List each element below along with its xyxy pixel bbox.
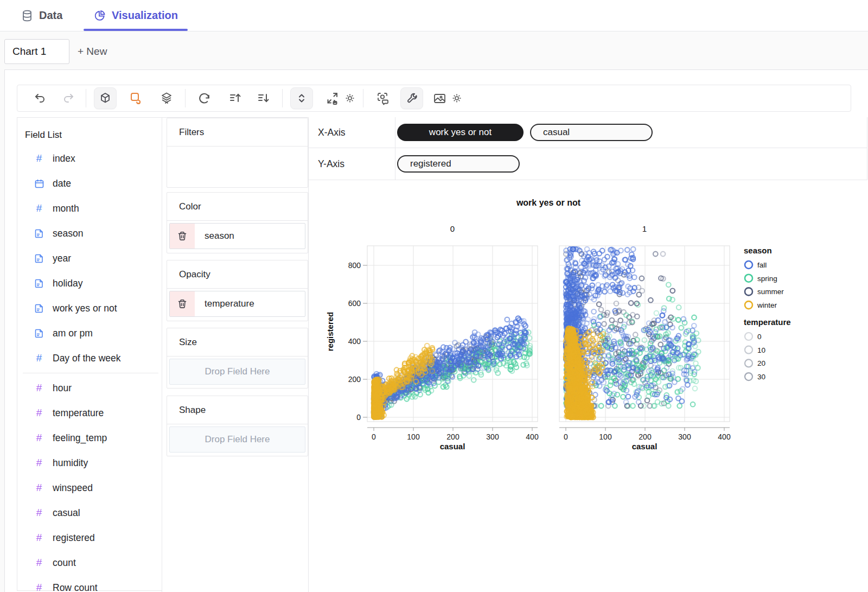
field-item-date[interactable]: date [17, 171, 162, 196]
field-list-divider [23, 373, 158, 373]
new-chart-button[interactable]: + New [78, 39, 107, 64]
main-card: Field List #indexdate#monthseasonyearhol… [4, 69, 868, 592]
shape-drop-placeholder: Drop Field Here [205, 434, 270, 445]
trash-icon [177, 298, 188, 309]
svg-text:20: 20 [757, 359, 765, 367]
refresh-button[interactable] [194, 87, 214, 109]
shape-title: Shape [167, 396, 308, 424]
chart-tab-1[interactable]: Chart 1 [4, 39, 69, 64]
svg-text:100: 100 [599, 432, 612, 441]
field-label: date [53, 178, 71, 189]
tab-data-label: Data [39, 9, 62, 22]
field-item-casual[interactable]: #casual [17, 500, 162, 525]
field-item-row-count[interactable]: #Row count [17, 575, 162, 592]
config-button[interactable] [400, 87, 423, 109]
field-item-count[interactable]: #count [17, 550, 162, 575]
export-image-button[interactable] [430, 87, 449, 109]
field-label: count [53, 557, 76, 569]
undo-button[interactable] [30, 87, 50, 109]
sort-descending-button[interactable] [254, 87, 273, 109]
pygwalker-app: Data Visualization Chart 1 + New [0, 0, 868, 592]
hash-field-icon: # [34, 582, 44, 592]
redo-button[interactable] [59, 87, 78, 109]
field-label: am or pm [53, 328, 93, 339]
color-title: Color [167, 193, 308, 221]
pie-chart-icon [93, 9, 106, 22]
tab-visualization[interactable]: Visualization [87, 0, 184, 31]
new-chart-label: + New [78, 46, 107, 58]
chart-tab-bar: Chart 1 + New [0, 31, 868, 69]
color-field-pill[interactable]: season [169, 223, 305, 249]
sort-ascending-button[interactable] [226, 87, 245, 109]
field-label: holiday [53, 278, 82, 289]
field-item-season[interactable]: season [17, 221, 162, 246]
size-dropzone[interactable]: Drop Field Here [169, 359, 305, 385]
wrench-icon [405, 92, 419, 105]
resize-mode-button[interactable] [290, 87, 313, 109]
field-label: hour [53, 383, 72, 394]
field-item-year[interactable]: year [17, 246, 162, 271]
svg-text:200: 200 [446, 432, 459, 441]
remove-opacity-field-button[interactable] [170, 291, 195, 316]
filters-panel: Filters [167, 118, 308, 188]
x-axis-field-casual[interactable]: casual [530, 124, 653, 141]
field-item-hour[interactable]: #hour [17, 375, 162, 400]
annotate-button[interactable] [126, 87, 146, 109]
opacity-title: Opacity [167, 260, 308, 289]
explain-data-button[interactable] [373, 87, 393, 109]
size-panel: Size Drop Field Here [167, 328, 308, 389]
y-axis-field-registered[interactable]: registered [397, 155, 520, 173]
opacity-field-pill[interactable]: temperature [169, 291, 305, 317]
hash-field-icon: # [34, 457, 44, 469]
fullscreen-export-button[interactable] [323, 87, 342, 109]
shape-dropzone[interactable]: Drop Field Here [169, 427, 305, 453]
x-axis-shelf: X-Axis work yes or not casual [309, 117, 867, 148]
hash-field-icon: # [34, 507, 44, 519]
text-field-icon [34, 303, 44, 314]
opacity-panel: Opacity temperature [167, 260, 308, 321]
export-image-settings-gear-icon[interactable] [450, 87, 463, 109]
field-item-registered[interactable]: #registered [17, 525, 162, 550]
field-item-holiday[interactable]: holiday [17, 271, 162, 296]
svg-text:registered: registered [326, 312, 335, 352]
svg-text:0: 0 [450, 224, 455, 233]
hash-field-icon: # [34, 557, 44, 569]
svg-text:temperature: temperature [744, 317, 791, 327]
text-field-icon [34, 228, 44, 239]
field-item-humidity[interactable]: #humidity [17, 450, 162, 475]
hash-field-icon: # [34, 407, 44, 419]
filters-dropzone[interactable] [167, 147, 308, 188]
undo-icon [34, 92, 47, 105]
hash-field-icon: # [34, 482, 44, 494]
field-item-month[interactable]: #month [17, 196, 162, 221]
svg-text:600: 600 [348, 299, 361, 308]
field-item-feeling-temp[interactable]: #feeling_temp [17, 425, 162, 450]
opacity-field-label: temperature [195, 291, 254, 316]
field-label: casual [53, 507, 80, 519]
field-item-index[interactable]: #index [17, 146, 162, 171]
trash-icon [177, 231, 188, 241]
hash-field-icon: # [34, 152, 44, 164]
svg-text:0: 0 [757, 333, 762, 341]
field-list-right-border [162, 117, 162, 592]
tab-data[interactable]: Data [21, 0, 62, 31]
field-item-temperature[interactable]: #temperature [17, 400, 162, 425]
toolbar-divider [86, 89, 86, 107]
layers-button[interactable] [157, 87, 176, 109]
field-item-work-yes-or-not[interactable]: work yes or not [17, 296, 162, 321]
hash-field-icon: # [34, 382, 44, 394]
field-label: Day of the week [53, 353, 120, 364]
mark-type-button[interactable] [94, 87, 117, 109]
x-axis-field-work-yes-or-not[interactable]: work yes or not [397, 124, 524, 141]
field-item-day-of-the-week[interactable]: #Day of the week [17, 346, 162, 371]
svg-text:800: 800 [348, 261, 361, 270]
y-field-0-label: registered [410, 158, 451, 169]
field-list-dimensions: #indexdate#monthseasonyearholidaywork ye… [17, 146, 162, 371]
text-field-icon [34, 253, 44, 264]
fullscreen-settings-gear-icon[interactable] [343, 87, 356, 109]
toolbar-divider [363, 89, 363, 107]
field-item-winspeed[interactable]: #winspeed [17, 475, 162, 500]
remove-color-field-button[interactable] [170, 224, 195, 249]
svg-text:400: 400 [526, 432, 539, 441]
field-item-am-or-pm[interactable]: am or pm [17, 321, 162, 346]
